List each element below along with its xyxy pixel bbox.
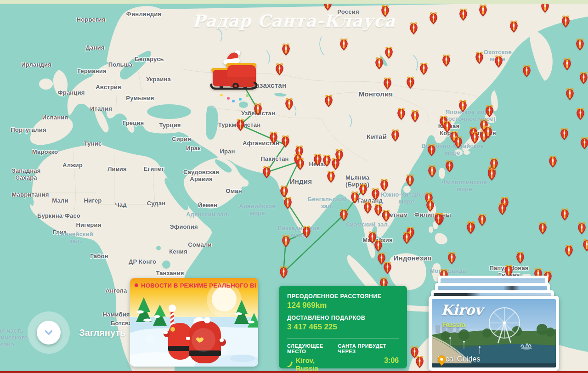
gift-marker[interactable]	[483, 126, 493, 138]
gift-marker[interactable]	[466, 221, 475, 234]
gift-marker[interactable]	[575, 38, 585, 51]
gift-icon	[302, 226, 311, 238]
gift-marker[interactable]	[281, 235, 291, 247]
gift-marker[interactable]	[565, 88, 575, 100]
gift-marker[interactable]	[419, 62, 429, 75]
gift-marker[interactable]	[582, 239, 588, 251]
gift-icon	[494, 55, 503, 68]
gift-marker[interactable]	[281, 135, 290, 147]
gift-marker[interactable]	[453, 136, 463, 148]
gift-marker[interactable]	[373, 239, 383, 252]
gift-marker[interactable]	[295, 158, 305, 170]
gift-icon	[339, 209, 349, 221]
distance-label: ПРЕОДОЛЕННОЕ РАССТОЯНИЕ	[287, 293, 399, 300]
gift-marker[interactable]	[363, 201, 373, 214]
gift-icon	[425, 199, 435, 212]
gift-marker[interactable]	[477, 214, 487, 226]
gift-marker[interactable]	[458, 100, 468, 112]
gift-marker[interactable]	[548, 155, 558, 168]
gift-marker[interactable]	[379, 179, 389, 191]
gift-marker[interactable]	[434, 213, 443, 225]
gift-marker[interactable]	[494, 55, 503, 68]
gift-marker[interactable]	[402, 232, 412, 244]
gift-marker[interactable]	[560, 208, 570, 220]
gift-marker[interactable]	[269, 131, 278, 144]
gift-marker[interactable]	[470, 131, 480, 144]
gift-marker[interactable]	[350, 191, 360, 203]
gift-icon	[326, 170, 336, 183]
gift-icon	[402, 232, 412, 244]
gift-marker[interactable]	[504, 265, 514, 277]
gift-marker[interactable]	[515, 251, 525, 264]
gift-marker[interactable]	[279, 185, 289, 198]
gift-marker[interactable]	[576, 107, 585, 120]
gift-marker[interactable]	[384, 46, 394, 59]
gift-marker[interactable]	[339, 38, 349, 51]
gift-marker[interactable]	[326, 170, 336, 183]
gift-marker[interactable]	[577, 222, 587, 234]
gift-marker[interactable]	[410, 110, 420, 122]
gift-marker[interactable]	[281, 43, 291, 56]
gift-marker[interactable]	[427, 144, 436, 156]
gift-icon	[582, 239, 588, 251]
gift-marker[interactable]	[381, 209, 391, 222]
gift-marker[interactable]	[396, 107, 406, 120]
gift-marker[interactable]	[324, 95, 334, 107]
gift-icon	[334, 149, 344, 161]
gift-icon	[396, 107, 406, 120]
gift-marker[interactable]	[236, 119, 245, 131]
gift-marker[interactable]	[339, 209, 349, 221]
next-location-block: СЛЕДУЮЩЕЕ МЕСТО Kirov, Russia	[287, 343, 338, 372]
gift-marker[interactable]	[475, 51, 484, 64]
gift-marker[interactable]	[322, 154, 332, 167]
location-photo-card[interactable]: Kirov Russia Local Guides	[429, 276, 559, 371]
gift-icon	[485, 105, 494, 117]
distance-value: 124 969km	[287, 301, 399, 310]
gift-marker[interactable]	[498, 203, 507, 215]
gift-marker[interactable]	[374, 57, 384, 69]
gift-marker[interactable]	[427, 165, 437, 177]
location-country: Russia	[443, 321, 465, 328]
gift-marker[interactable]	[390, 129, 400, 141]
gift-marker[interactable]	[405, 174, 415, 186]
gift-marker[interactable]	[279, 266, 288, 278]
santa-sleigh[interactable]	[209, 49, 257, 91]
santa-tracker-app: Радар Санта-Клауса НорвегияФинляндияРосс…	[0, 0, 588, 373]
gift-marker[interactable]	[485, 105, 494, 117]
gift-marker[interactable]	[425, 199, 435, 212]
gift-marker[interactable]	[560, 128, 569, 140]
gift-marker[interactable]	[487, 168, 497, 181]
peek-button-circle[interactable]	[37, 321, 61, 345]
gift-icon	[427, 165, 437, 177]
confetti-dot	[227, 97, 230, 100]
gift-marker[interactable]	[579, 72, 588, 84]
gift-marker[interactable]	[313, 153, 322, 166]
gift-marker[interactable]	[383, 261, 392, 274]
gift-marker[interactable]	[275, 63, 284, 75]
gift-marker[interactable]	[447, 252, 457, 264]
news-card[interactable]: НОВОСТИ В РЕЖИМЕ РЕАЛЬНОГО ВРЕМЕНИ	[130, 278, 258, 367]
gift-marker[interactable]	[564, 244, 574, 257]
gift-icon	[565, 88, 575, 100]
gift-marker[interactable]	[522, 65, 531, 77]
gift-marker[interactable]	[580, 137, 588, 149]
gift-marker[interactable]	[562, 58, 572, 70]
gift-icon	[383, 261, 392, 274]
gift-marker[interactable]	[302, 226, 311, 238]
gift-icon	[577, 222, 587, 234]
gift-marker[interactable]	[253, 103, 263, 115]
gift-marker[interactable]	[445, 160, 454, 172]
peek-button[interactable]: Заглянуть	[28, 311, 125, 354]
gift-marker[interactable]	[415, 356, 424, 368]
gift-marker[interactable]	[371, 188, 380, 200]
gift-marker[interactable]	[358, 183, 368, 196]
gift-marker[interactable]	[283, 197, 293, 209]
gift-marker[interactable]	[284, 98, 294, 110]
gift-marker[interactable]	[334, 149, 344, 161]
gift-marker[interactable]	[383, 77, 392, 90]
gift-marker[interactable]	[262, 166, 271, 178]
gift-marker[interactable]	[538, 222, 548, 234]
gift-marker[interactable]	[406, 76, 415, 89]
gift-marker[interactable]	[441, 54, 451, 67]
gift-icon	[324, 95, 334, 107]
